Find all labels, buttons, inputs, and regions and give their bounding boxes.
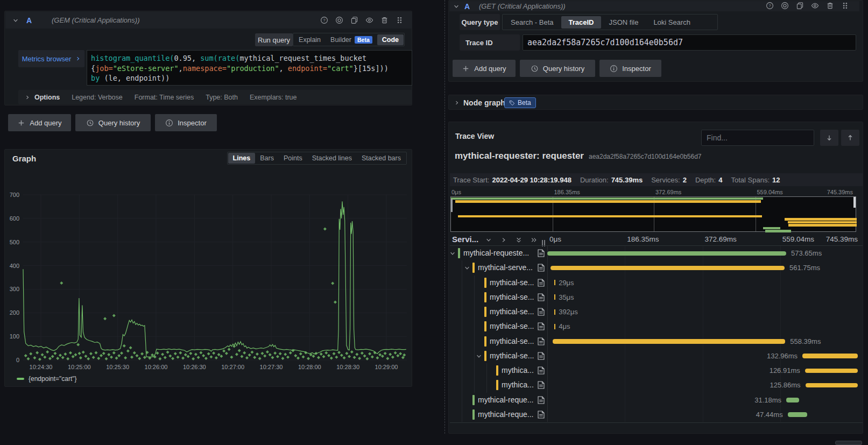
record-icon[interactable] [335, 16, 343, 24]
span-row[interactable]: mythical-se...392μs [449, 305, 864, 319]
logs-icon[interactable] [538, 264, 545, 272]
chevron-right-icon[interactable] [500, 237, 507, 243]
eye-icon[interactable] [811, 2, 819, 10]
logs-icon[interactable] [538, 322, 545, 330]
query-row-header[interactable]: A (GEM (Critical Applications)) ? [5, 12, 412, 29]
logs-icon[interactable] [538, 279, 545, 287]
inspector-button[interactable]: Inspector [155, 114, 217, 131]
span-name[interactable]: mythical-serve... [478, 260, 536, 275]
span-duration-bar[interactable] [553, 339, 785, 344]
trash-icon[interactable] [826, 2, 834, 10]
record-icon[interactable] [781, 2, 789, 10]
help-circle-icon[interactable]: ? [766, 2, 774, 10]
span-name[interactable]: mythica... [502, 378, 536, 392]
grip-icon[interactable] [396, 16, 404, 24]
query-options-row[interactable]: Options Legend: VerboseFormat: Time seri… [18, 90, 412, 104]
double-chevron-right-icon[interactable] [531, 237, 537, 243]
span-name[interactable]: mythical-se... [490, 349, 536, 363]
span-name[interactable]: mythical-se... [490, 290, 536, 305]
span-row[interactable]: mythical-reque...47.44ms [449, 407, 864, 422]
span-duration-tick[interactable] [554, 324, 555, 329]
span-name[interactable]: mythical-se... [490, 334, 536, 349]
span-row[interactable]: mythical-se...132.96ms [449, 349, 864, 363]
span-row[interactable]: mythical-se...4μs [449, 319, 864, 334]
mode-tab-code[interactable]: Code [377, 34, 404, 45]
find-input[interactable] [701, 130, 814, 146]
span-row[interactable]: mythical-serve...561.75ms [449, 260, 864, 275]
node-graph-section[interactable]: Node graph Beta [448, 95, 863, 110]
pane-resizer[interactable] [444, 0, 445, 434]
partial-button[interactable] [835, 441, 862, 445]
query-type-loki-search[interactable]: Loki Search [646, 16, 698, 29]
trace-minimap[interactable] [450, 196, 856, 232]
span-row[interactable]: mythical-se...35μs [449, 290, 864, 305]
find-prev-button[interactable] [841, 130, 859, 146]
trace-id-input[interactable] [523, 34, 856, 51]
eye-icon[interactable] [365, 16, 373, 24]
span-name[interactable]: mythical-reque... [478, 393, 536, 407]
span-duration-bar[interactable] [806, 383, 858, 388]
chart-legend[interactable]: {endpoint="cart"} [17, 375, 77, 383]
query-history-button[interactable]: Query history [520, 60, 595, 77]
logs-icon[interactable] [538, 366, 545, 375]
trash-icon[interactable] [380, 16, 389, 24]
span-collapse-chevron-icon[interactable] [449, 250, 456, 257]
copy-icon[interactable] [796, 2, 804, 10]
span-duration-tick[interactable] [554, 309, 555, 315]
span-duration-bar[interactable] [551, 266, 785, 271]
logs-icon[interactable] [538, 352, 545, 360]
mode-tab-explain[interactable]: Explain [294, 34, 326, 45]
run-query-button[interactable]: Run query [255, 33, 293, 46]
query-type-json-file[interactable]: JSON file [601, 16, 646, 29]
collapse-chevron-icon[interactable] [12, 17, 19, 24]
span-name[interactable]: mythical-se... [490, 276, 536, 290]
span-name[interactable]: mythica... [502, 363, 536, 378]
span-row[interactable]: mythical-requeste...573.65ms [449, 246, 864, 260]
span-row[interactable]: mythica...125.86ms [449, 378, 864, 392]
double-chevron-down-icon[interactable] [516, 237, 522, 243]
grip-icon[interactable] [841, 2, 849, 10]
span-duration-bar[interactable] [786, 398, 799, 402]
minimap-drag-handle-right[interactable] [853, 197, 856, 208]
query-code-editor[interactable]: histogram_quantile(0.95, sum(rate(mythic… [87, 50, 412, 86]
span-duration-bar[interactable] [788, 412, 808, 417]
query-history-button[interactable]: Query history [75, 114, 151, 131]
logs-icon[interactable] [538, 293, 545, 301]
add-query-button[interactable]: Add query [8, 114, 71, 131]
span-collapse-chevron-icon[interactable] [476, 353, 482, 359]
span-duration-bar[interactable] [547, 251, 786, 256]
metrics-browser-button[interactable]: Metrics browser [18, 50, 84, 67]
service-column-header[interactable]: Servi... [452, 235, 478, 244]
expand-chevron-icon[interactable] [454, 100, 460, 105]
logs-icon[interactable] [538, 249, 545, 257]
span-row[interactable]: mythical-reque...31.18ms [449, 393, 864, 407]
span-name[interactable]: mythical-se... [490, 319, 536, 334]
logs-icon[interactable] [538, 411, 545, 419]
span-row[interactable]: mythical-se...558.39ms [449, 334, 864, 349]
span-row[interactable]: mythical-se...29μs [449, 276, 864, 290]
logs-icon[interactable] [538, 308, 545, 316]
copy-icon[interactable] [350, 16, 358, 24]
find-next-button[interactable] [820, 130, 838, 146]
logs-icon[interactable] [538, 337, 545, 345]
span-row[interactable]: mythica...126.91ms [449, 363, 864, 378]
minimap-drag-handle-left[interactable] [451, 199, 453, 212]
span-name[interactable]: mythical-requeste... [463, 246, 536, 260]
mode-tab-builder[interactable]: BuilderBeta [326, 34, 377, 45]
logs-icon[interactable] [538, 381, 545, 389]
span-collapse-chevron-icon[interactable] [464, 265, 470, 271]
span-name[interactable]: mythical-se... [490, 305, 536, 319]
collapse-chevron-icon[interactable] [453, 3, 460, 10]
query-type-traceid[interactable]: TraceID [561, 16, 602, 29]
inspector-button[interactable]: Inspector [599, 60, 661, 77]
span-duration-bar[interactable] [805, 369, 858, 373]
add-query-button[interactable]: Add query [453, 60, 516, 77]
span-duration-tick[interactable] [554, 280, 555, 285]
logs-icon[interactable] [538, 396, 545, 404]
span-name[interactable]: mythical-reque... [478, 407, 536, 422]
chevron-down-icon[interactable] [485, 237, 492, 243]
span-duration-tick[interactable] [554, 294, 555, 300]
query-row-header[interactable]: A (GET (Critical Applications)) ? [449, 1, 859, 11]
query-type-search-beta[interactable]: Search - Beta [503, 16, 561, 29]
help-circle-icon[interactable]: ? [320, 16, 328, 24]
